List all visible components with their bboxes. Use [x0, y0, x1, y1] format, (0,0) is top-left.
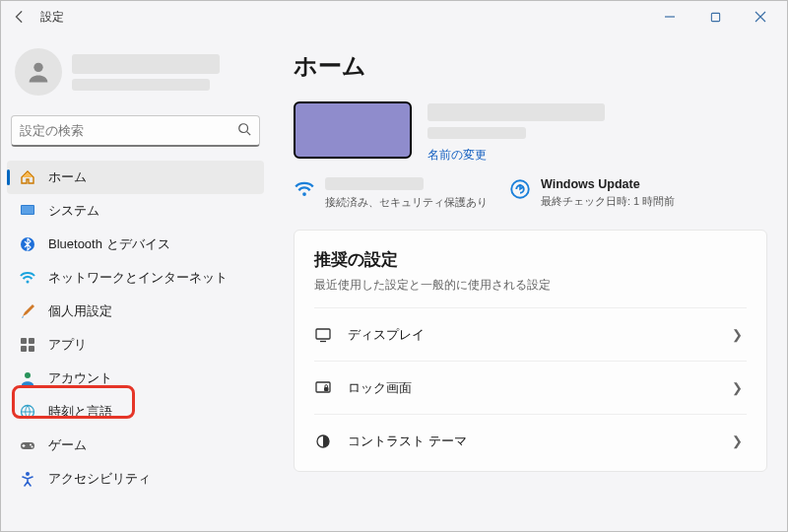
svg-rect-21	[316, 329, 330, 339]
sidebar-item-label: アクセシビリティ	[48, 470, 151, 488]
search-icon	[237, 122, 251, 139]
sidebar-item-label: システム	[48, 202, 99, 220]
update-status[interactable]: Windows Update 最終チェック日時: 1 時間前	[509, 177, 675, 210]
sidebar-item-label: アプリ	[48, 336, 87, 354]
sidebar: ホーム システム Bluetooth とデバイス ネットワークとインターネット …	[1, 33, 270, 531]
minimize-icon	[664, 11, 676, 23]
svg-rect-10	[29, 338, 34, 344]
wifi-icon	[19, 269, 36, 287]
bluetooth-icon	[19, 235, 36, 253]
content-area: ホーム 名前の変更 接続済み、セキュリティ保護あり Windows Updat	[270, 33, 787, 531]
recommended-item-label: ディスプレイ	[348, 326, 716, 344]
recommended-item-label: コントラスト テーマ	[348, 432, 716, 450]
home-icon	[19, 168, 36, 186]
sidebar-item-label: ゲーム	[48, 436, 87, 454]
person-icon	[25, 58, 52, 86]
sidebar-item-home[interactable]: ホーム	[7, 161, 264, 194]
gamepad-icon	[19, 436, 36, 454]
update-status-text: 最終チェック日時: 1 時間前	[541, 194, 675, 209]
system-icon	[19, 202, 36, 220]
chevron-right-icon: ❯	[732, 380, 747, 395]
sidebar-item-network[interactable]: ネットワークとインターネット	[7, 261, 264, 295]
display-icon	[314, 327, 332, 343]
recommended-item-lockscreen[interactable]: ロック画面 ❯	[314, 361, 747, 414]
device-name-placeholder	[427, 103, 605, 121]
avatar	[15, 48, 62, 96]
svg-line-4	[247, 132, 251, 136]
svg-point-17	[32, 446, 33, 448]
recommended-item-contrast[interactable]: コントラスト テーマ ❯	[314, 414, 747, 467]
window-title: 設定	[40, 9, 64, 26]
sidebar-item-apps[interactable]: アプリ	[7, 328, 264, 362]
page-title: ホーム	[294, 50, 767, 82]
svg-rect-1	[711, 13, 719, 21]
svg-rect-11	[21, 346, 27, 352]
svg-point-13	[25, 372, 31, 378]
close-icon	[755, 11, 766, 23]
minimize-button[interactable]	[647, 1, 692, 33]
close-button[interactable]	[738, 1, 783, 33]
chevron-right-icon: ❯	[732, 433, 747, 448]
wifi-ssid-placeholder	[325, 177, 424, 190]
profile-email-placeholder	[72, 79, 210, 91]
contrast-icon	[314, 433, 332, 449]
sidebar-item-label: Bluetooth とデバイス	[48, 235, 170, 253]
sidebar-item-label: 個人用設定	[48, 302, 112, 320]
search-input[interactable]	[20, 123, 237, 138]
maximize-icon	[710, 12, 721, 23]
svg-point-19	[302, 192, 306, 196]
svg-rect-9	[21, 338, 27, 344]
recommended-subtitle: 最近使用した設定と一般的に使用される設定	[314, 277, 747, 294]
svg-point-16	[30, 444, 32, 446]
profile-block[interactable]	[7, 40, 264, 111]
sidebar-item-label: 時刻と言語	[48, 403, 112, 421]
device-model-placeholder	[427, 127, 526, 139]
update-title: Windows Update	[541, 177, 675, 191]
sidebar-item-label: アカウント	[48, 369, 112, 387]
paintbrush-icon	[19, 302, 36, 320]
sidebar-item-time-language[interactable]: 時刻と言語	[7, 395, 264, 429]
lock-screen-icon	[314, 380, 332, 396]
sidebar-item-gaming[interactable]: ゲーム	[7, 429, 264, 462]
chevron-right-icon: ❯	[732, 327, 747, 342]
maximize-button[interactable]	[692, 1, 738, 33]
sidebar-item-accounts[interactable]: アカウント	[7, 362, 264, 395]
sidebar-item-label: ネットワークとインターネット	[48, 269, 228, 287]
profile-name-placeholder	[72, 54, 220, 74]
accounts-icon	[19, 369, 36, 387]
svg-point-2	[33, 63, 42, 72]
recommended-list: ディスプレイ ❯ ロック画面 ❯ コントラスト テーマ ❯	[314, 307, 747, 467]
recommended-item-label: ロック画面	[348, 379, 716, 397]
device-row: 名前の変更	[294, 101, 767, 164]
recommended-title: 推奨の設定	[314, 248, 747, 271]
svg-point-3	[239, 124, 248, 133]
nav-list: ホーム システム Bluetooth とデバイス ネットワークとインターネット …	[7, 161, 264, 496]
back-button[interactable]	[5, 2, 34, 32]
rename-link[interactable]: 名前の変更	[427, 147, 487, 164]
apps-icon	[19, 336, 36, 354]
wifi-icon	[294, 177, 315, 199]
sidebar-item-system[interactable]: システム	[7, 194, 264, 228]
sidebar-item-accessibility[interactable]: アクセシビリティ	[7, 462, 264, 496]
accessibility-icon	[19, 470, 36, 488]
sidebar-item-bluetooth[interactable]: Bluetooth とデバイス	[7, 228, 264, 261]
svg-rect-24	[324, 387, 329, 391]
wifi-status-text: 接続済み、セキュリティ保護あり	[325, 195, 488, 210]
svg-point-18	[26, 472, 30, 476]
recommended-card: 推奨の設定 最近使用した設定と一般的に使用される設定 ディスプレイ ❯ ロック画…	[294, 230, 767, 472]
device-thumbnail	[294, 101, 412, 159]
search-box[interactable]	[11, 115, 260, 147]
wifi-status[interactable]: 接続済み、セキュリティ保護あり	[294, 177, 488, 210]
svg-rect-6	[22, 206, 33, 214]
arrow-left-icon	[13, 10, 27, 24]
status-row: 接続済み、セキュリティ保護あり Windows Update 最終チェック日時:…	[294, 177, 767, 210]
recommended-item-display[interactable]: ディスプレイ ❯	[314, 307, 747, 361]
globe-clock-icon	[19, 403, 36, 421]
sidebar-item-label: ホーム	[48, 168, 87, 186]
sidebar-item-personalization[interactable]: 個人用設定	[7, 295, 264, 328]
update-icon	[509, 177, 531, 199]
title-bar: 設定	[1, 1, 787, 33]
svg-rect-12	[29, 346, 34, 352]
svg-point-8	[27, 281, 30, 284]
window-controls	[647, 1, 783, 33]
